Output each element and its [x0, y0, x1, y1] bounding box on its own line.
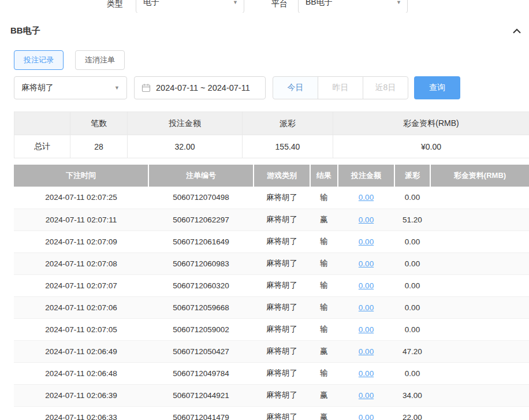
cell-bet-amount: 0.00 — [338, 362, 394, 384]
cell-bet-time: 2024-07-11 02:07:06 — [14, 296, 148, 318]
cell-jackpot — [430, 296, 529, 318]
summary-header-bet-amount: 投注金额 — [128, 112, 243, 135]
cell-jackpot — [430, 209, 529, 231]
bet-amount-link[interactable]: 0.00 — [359, 215, 374, 224]
table-row: 2024-07-11 02:06:335060712041479麻将胡了赢0.0… — [14, 406, 529, 420]
platform-label: 平台 — [271, 0, 288, 9]
detail-table: 下注时间注单编号游戏类别结果投注金额派彩彩金资料(RMB) 2024-07-11… — [14, 165, 529, 420]
cell-jackpot — [430, 384, 529, 406]
cell-bet-time: 2024-07-11 02:06:33 — [14, 406, 148, 420]
table-row: 2024-07-11 02:07:075060712060320麻将胡了输0.0… — [14, 274, 529, 296]
detail-header-cell: 派彩 — [394, 165, 430, 187]
cell-payout: 0.00 — [394, 274, 430, 296]
query-button[interactable]: 查询 — [414, 76, 460, 99]
bet-amount-link[interactable]: 0.00 — [359, 303, 374, 312]
cell-bet-time: 2024-07-11 02:07:05 — [14, 318, 148, 340]
game-select-value: 麻将胡了 — [21, 83, 54, 93]
platform-select[interactable]: BB电子 ▼ — [298, 0, 408, 13]
range-yesterday-button[interactable]: 昨日 — [318, 76, 363, 99]
cell-result: 输 — [310, 252, 338, 274]
tab-bet-records[interactable]: 投注记录 — [14, 50, 64, 70]
tab-cancelled-bets[interactable]: 连消注单 — [75, 50, 125, 70]
cell-game-category: 麻将胡了 — [254, 318, 310, 340]
quick-range-group: 今日 昨日 近8日 — [273, 76, 408, 99]
bet-amount-link[interactable]: 0.00 — [359, 259, 374, 268]
chevron-up-icon — [513, 28, 521, 34]
cell-bet-amount: 0.00 — [338, 187, 394, 209]
cell-jackpot — [430, 362, 529, 384]
bet-amount-link[interactable]: 0.00 — [359, 281, 374, 290]
cell-bet-time: 2024-07-11 02:07:08 — [14, 252, 148, 274]
table-row: 2024-07-11 02:06:485060712049784麻将胡了输0.0… — [14, 362, 529, 384]
cell-bet-id: 5060712060983 — [148, 252, 254, 274]
cell-result: 输 — [310, 296, 338, 318]
cell-bet-time: 2024-07-11 02:07:09 — [14, 231, 148, 252]
detail-header-cell: 游戏类别 — [254, 165, 310, 187]
cell-bet-time: 2024-07-11 02:07:25 — [14, 187, 148, 209]
detail-header-cell: 结果 — [310, 165, 338, 187]
table-row: 2024-07-11 02:07:095060712061649麻将胡了输0.0… — [14, 231, 529, 252]
cell-game-category: 麻将胡了 — [254, 231, 310, 252]
cell-bet-amount: 0.00 — [338, 209, 394, 231]
cell-game-category: 麻将胡了 — [254, 340, 310, 362]
cell-jackpot — [430, 274, 529, 296]
bet-amount-link[interactable]: 0.00 — [359, 325, 374, 334]
bet-amount-link[interactable]: 0.00 — [359, 369, 374, 378]
cell-payout: 0.00 — [394, 252, 430, 274]
summary-total-label: 总计 — [14, 135, 70, 158]
cell-bet-id: 5060712070498 — [148, 187, 254, 209]
detail-header-row: 下注时间注单编号游戏类别结果投注金额派彩彩金资料(RMB) — [14, 165, 529, 187]
cell-game-category: 麻将胡了 — [254, 362, 310, 384]
summary-count-value: 28 — [70, 135, 128, 158]
bet-amount-link[interactable]: 0.00 — [359, 413, 374, 420]
tab-bar: 投注记录 连消注单 — [14, 50, 529, 70]
cell-jackpot — [430, 252, 529, 274]
cell-jackpot — [430, 318, 529, 340]
top-filter-bar: 类型 电子 ▼ 平台 BB电子 ▼ — [0, 0, 529, 13]
detail-header-cell: 投注金额 — [338, 165, 394, 187]
cell-payout: 0.00 — [394, 187, 430, 209]
cell-result: 赢 — [310, 340, 338, 362]
cell-payout: 0.00 — [394, 362, 430, 384]
cell-result: 输 — [310, 362, 338, 384]
date-range-picker[interactable]: 2024-07-11 ~ 2024-07-11 — [134, 76, 266, 99]
range-today-button[interactable]: 今日 — [273, 76, 318, 99]
type-label: 类型 — [107, 0, 123, 9]
cell-bet-amount: 0.00 — [338, 274, 394, 296]
type-select[interactable]: 电子 ▼ — [136, 0, 244, 13]
chevron-down-icon: ▼ — [233, 0, 238, 5]
filter-row: 麻将胡了 ▼ 2024-07-11 ~ 2024-07-11 今日 昨日 近8日… — [14, 76, 529, 99]
summary-payout-value: 155.40 — [243, 135, 333, 158]
cell-jackpot — [430, 187, 529, 209]
cell-result: 赢 — [310, 209, 338, 231]
cell-bet-amount: 0.00 — [338, 340, 394, 362]
cell-bet-id: 5060712060320 — [148, 274, 254, 296]
cell-payout: 0.00 — [394, 296, 430, 318]
summary-bet-amount-value: 32.00 — [128, 135, 243, 158]
bet-amount-link[interactable]: 0.00 — [359, 391, 374, 400]
cell-game-category: 麻将胡了 — [254, 384, 310, 406]
cell-bet-time: 2024-07-11 02:06:48 — [14, 362, 148, 384]
collapse-section-button[interactable] — [513, 28, 521, 34]
chevron-down-icon: ▼ — [114, 86, 120, 91]
bet-amount-link[interactable]: 0.00 — [359, 193, 374, 202]
cell-result: 输 — [310, 231, 338, 252]
cell-bet-amount: 0.00 — [338, 296, 394, 318]
cell-game-category: 麻将胡了 — [254, 252, 310, 274]
summary-total-row: 总计 28 32.00 155.40 ¥0.00 — [14, 135, 529, 158]
cell-payout: 47.20 — [394, 340, 430, 362]
bet-amount-link[interactable]: 0.00 — [359, 347, 374, 356]
cell-bet-id: 5060712061649 — [148, 231, 254, 252]
table-row: 2024-07-11 02:07:115060712062297麻将胡了赢0.0… — [14, 209, 529, 231]
detail-header-cell: 注单编号 — [148, 165, 254, 187]
table-row: 2024-07-11 02:07:085060712060983麻将胡了输0.0… — [14, 252, 529, 274]
cell-bet-id: 5060712049784 — [148, 362, 254, 384]
date-range-value: 2024-07-11 ~ 2024-07-11 — [156, 83, 250, 92]
cell-bet-amount: 0.00 — [338, 406, 394, 420]
range-last8days-button[interactable]: 近8日 — [363, 76, 408, 99]
game-select[interactable]: 麻将胡了 ▼ — [14, 76, 127, 99]
cell-payout: 22.00 — [394, 406, 430, 420]
bet-amount-link[interactable]: 0.00 — [359, 237, 374, 246]
cell-game-category: 麻将胡了 — [254, 187, 310, 209]
summary-table: 笔数 投注金额 派彩 彩金资料(RMB) 总计 28 32.00 155.40 … — [14, 111, 529, 158]
